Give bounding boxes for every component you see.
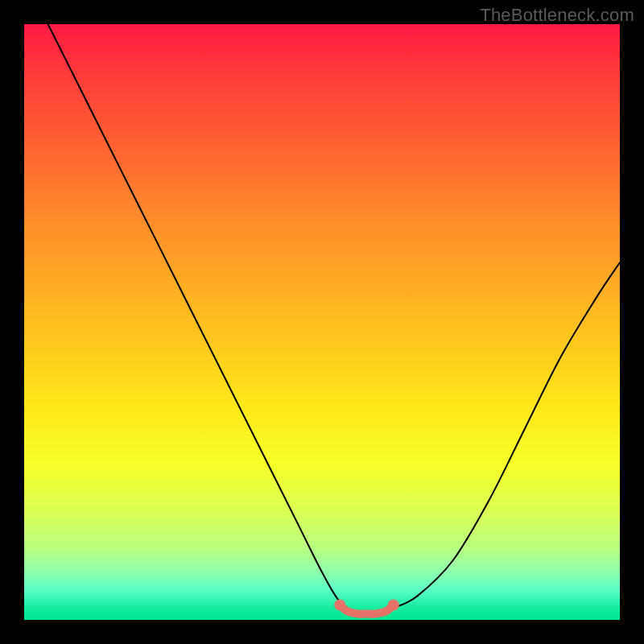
curve-layer [24,24,620,620]
flat-region-marker [340,605,394,614]
plot-area [24,24,620,620]
bottleneck-curve [48,24,620,615]
marker-start-dot [334,600,345,611]
watermark-text: TheBottleneck.com [480,5,634,26]
marker-end-dot [388,600,399,611]
chart-frame: TheBottleneck.com [0,0,644,644]
